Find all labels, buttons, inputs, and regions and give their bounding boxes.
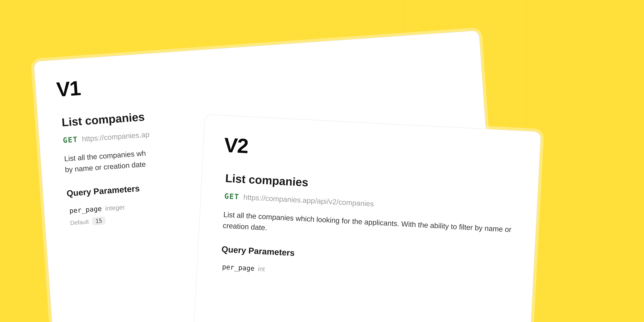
param-name-v1: per_page bbox=[69, 204, 102, 215]
method-badge-v1: GET bbox=[63, 135, 78, 144]
api-card-v2: V2 List companies GET https://companies.… bbox=[192, 114, 541, 322]
param-type-v2: int bbox=[258, 265, 265, 273]
method-badge-v2: GET bbox=[224, 192, 240, 201]
endpoint-url-v1: https://companies.ap bbox=[82, 130, 150, 143]
endpoint-url-v2: https://companies.app/api/v2/companies bbox=[243, 193, 374, 208]
description-line2-v1: by name or creation date bbox=[65, 160, 146, 174]
version-title-v2: V2 bbox=[224, 133, 520, 172]
param-name-v2: per_page bbox=[222, 263, 255, 272]
default-value-v1: 15 bbox=[92, 216, 106, 226]
description-v2: List all the companies which looking for… bbox=[222, 209, 515, 246]
param-type-v1: integer bbox=[105, 204, 125, 212]
default-label-v1: Default bbox=[70, 218, 89, 226]
